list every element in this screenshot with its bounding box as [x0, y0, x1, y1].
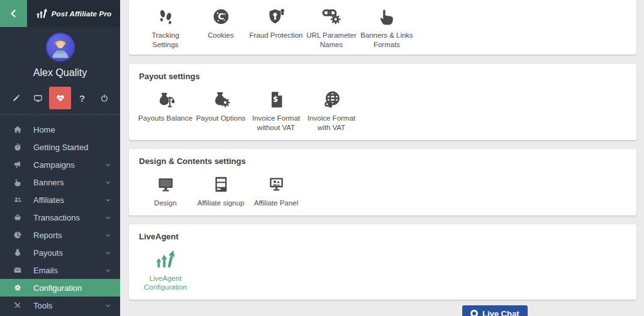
monitor-icon — [155, 174, 176, 195]
chevron-down-icon — [104, 214, 111, 221]
panel-monitor-icon — [266, 174, 287, 195]
panel-tracking-settings: Tracking Settings C Cookies Fraud Protec… — [129, 0, 636, 55]
panel-title: LiveAgent — [139, 232, 626, 241]
cookie-icon: C — [211, 6, 231, 27]
sidebar-item-configuration[interactable]: Configuration — [0, 279, 120, 297]
sidebar-item-campaigns[interactable]: Campaigns — [0, 156, 120, 173]
panel-title: Payout settings — [139, 72, 626, 81]
sidebar-item-emails[interactable]: Emails — [0, 261, 120, 279]
money-bag-scales-icon — [155, 89, 176, 110]
screen-preview-button[interactable] — [27, 87, 49, 109]
chevron-down-icon — [104, 302, 111, 309]
chevron-down-icon — [104, 161, 111, 168]
stopwatch-icon — [13, 142, 23, 152]
user-name: Alex Quality — [0, 67, 120, 79]
heart-pulse-icon — [55, 92, 66, 104]
pencil-icon — [11, 94, 21, 103]
config-item-url-parameter-names[interactable]: URL Parameter Names — [304, 3, 359, 49]
config-item-cookies[interactable]: C Cookies — [193, 3, 248, 49]
live-chat-icon — [470, 310, 478, 316]
config-item-liveagent-configuration[interactable]: LiveAgent Configuration — [138, 246, 193, 292]
logout-button[interactable] — [93, 87, 115, 109]
health-status-button[interactable] — [49, 87, 71, 109]
sidebar: Post Affiliate Pro Alex Quality ? — [0, 0, 120, 316]
chevron-down-icon — [104, 249, 111, 256]
config-item-fraud-protection[interactable]: Fraud Protection — [248, 3, 304, 49]
sidebar-item-payouts[interactable]: Payouts — [0, 244, 120, 261]
signup-form-icon — [211, 174, 231, 195]
globe-invoice-icon — [321, 89, 342, 110]
panel-liveagent: LiveAgent LiveAgent Configuration — [129, 224, 636, 300]
avatar-illustration — [47, 34, 74, 60]
live-chat-button[interactable]: Live Chat — [462, 305, 528, 316]
config-item-invoice-format-with-vat[interactable]: Invoice Format with VAT — [304, 86, 359, 132]
pie-chart-icon — [13, 230, 23, 240]
users-icon — [13, 195, 23, 205]
sidebar-item-tools[interactable]: Tools — [0, 297, 120, 314]
gear-icon — [13, 283, 23, 293]
tools-icon — [13, 300, 23, 310]
svg-text:$: $ — [273, 95, 278, 104]
config-item-payout-options[interactable]: Payout Options — [193, 86, 248, 132]
brand-logo[interactable]: Post Affiliate Pro — [27, 8, 120, 19]
chevron-down-icon — [104, 267, 111, 274]
invoice-dollar-icon: $ — [266, 89, 287, 110]
chevron-down-icon — [104, 232, 111, 239]
chevron-left-icon — [8, 8, 19, 19]
growth-arrows-icon — [36, 8, 48, 19]
user-actions: ? — [0, 85, 120, 111]
sidebar-item-affiliates[interactable]: Affiliates — [0, 191, 120, 209]
svg-text:C: C — [218, 11, 224, 21]
power-icon — [99, 93, 109, 103]
sidebar-item-home[interactable]: Home — [0, 121, 120, 138]
config-item-design[interactable]: Design — [138, 171, 193, 208]
config-item-payouts-balance[interactable]: Payouts Balance — [138, 86, 193, 132]
sidebar-menu: Home Getting Started Campaigns Banners A… — [0, 115, 120, 314]
collapse-sidebar-button[interactable] — [0, 0, 27, 27]
money-bag-gear-icon — [211, 89, 231, 110]
brand-name: Post Affiliate Pro — [52, 10, 112, 18]
brand-bar: Post Affiliate Pro — [0, 0, 120, 27]
growth-arrows-icon — [155, 249, 176, 270]
config-item-tracking-settings[interactable]: Tracking Settings — [138, 3, 193, 49]
config-item-banners-links-formats[interactable]: Banners & Links Formats — [359, 3, 414, 49]
monitor-icon — [33, 93, 43, 104]
envelope-icon — [13, 265, 23, 275]
avatar — [46, 33, 75, 62]
shield-icon — [266, 6, 287, 27]
hand-pointer-icon — [13, 177, 23, 187]
home-icon — [13, 124, 23, 134]
sidebar-item-banners[interactable]: Banners — [0, 173, 120, 191]
sidebar-item-reports[interactable]: Reports — [0, 226, 120, 244]
sidebar-item-transactions[interactable]: Transactions — [0, 209, 120, 226]
config-item-affiliate-panel[interactable]: Affiliate Panel — [248, 171, 304, 208]
user-profile: Alex Quality ? — [0, 27, 120, 115]
panel-payout-settings: Payout settings Payouts Balance Payout O… — [129, 64, 636, 139]
config-item-affiliate-signup[interactable]: Affiliate signup — [193, 171, 248, 208]
footprints-icon — [155, 6, 176, 27]
basket-icon — [13, 212, 23, 222]
money-bag-icon — [13, 248, 23, 258]
megaphone-icon — [13, 160, 23, 170]
config-item-invoice-format-without-vat[interactable]: $ Invoice Format without VAT — [248, 86, 304, 132]
link-gear-icon — [321, 6, 342, 27]
chevron-down-icon — [104, 197, 111, 204]
panel-title: Design & Contents settings — [139, 156, 626, 166]
content-area: Tracking Settings C Cookies Fraud Protec… — [120, 0, 644, 316]
panel-design-contents-settings: Design & Contents settings Design Affili… — [129, 149, 636, 215]
chevron-down-icon — [104, 179, 111, 186]
hand-pointer-icon — [377, 6, 397, 27]
edit-profile-button[interactable] — [5, 87, 27, 109]
question-icon: ? — [79, 93, 85, 104]
sidebar-item-getting-started[interactable]: Getting Started — [0, 138, 120, 156]
help-button[interactable]: ? — [71, 87, 93, 109]
